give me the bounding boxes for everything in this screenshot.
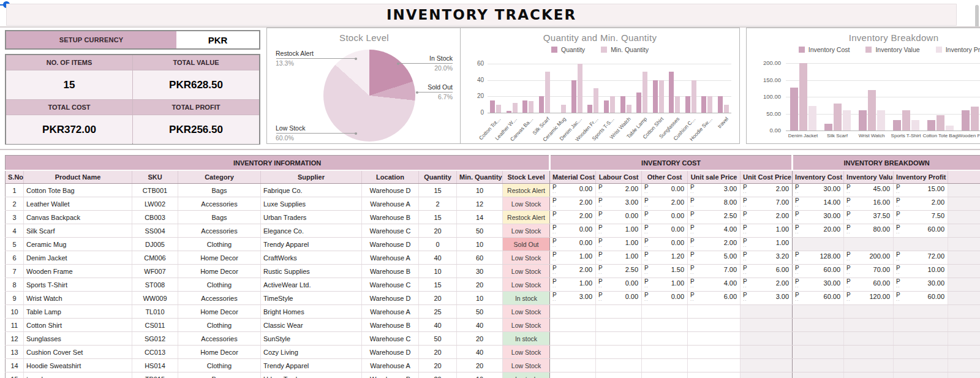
cell-labour[interactable]: P..2.00 (596, 184, 642, 197)
cell-blank[interactable] (948, 305, 980, 319)
cell-inv_profit[interactable]: P..72.00 (894, 251, 948, 265)
inventory-breakdown-bar-chart[interactable]: Inventory Breakdown Inventory CostInvent… (746, 28, 980, 144)
cell-labour[interactable]: P..1.00 (596, 224, 642, 238)
cell-unit_sale[interactable] (688, 305, 741, 319)
cell-material[interactable] (550, 346, 596, 359)
cell-min_qty[interactable]: 30 (457, 265, 503, 278)
cell-blank[interactable] (948, 292, 980, 305)
cell-labour[interactable]: P..1.00 (596, 251, 642, 265)
cell-unit_cost[interactable] (741, 372, 793, 378)
cell-name[interactable]: Canvas Backpack (24, 211, 132, 224)
cell-sku[interactable]: TL010 (132, 305, 178, 319)
cell-inv_profit[interactable]: P..2.00 (894, 197, 948, 211)
cell-unit_sale[interactable]: P..4.00 (688, 224, 741, 238)
cell-unit_sale[interactable]: P..4.00 (688, 278, 741, 292)
cell-labour[interactable] (596, 305, 642, 319)
cell-unit_sale[interactable] (688, 359, 741, 372)
cell-stock-level[interactable]: Low Stock (503, 319, 550, 332)
cell-material[interactable]: P..1.00 (550, 251, 596, 265)
cell-inv_profit[interactable] (894, 359, 948, 372)
cell-unit_cost[interactable]: P..2.00 (741, 278, 793, 292)
cell-location[interactable]: Warehouse D (362, 238, 419, 251)
column-header-inv_cost[interactable]: Inventory Cost (793, 170, 844, 184)
cell-min_qty[interactable]: 12 (457, 197, 503, 211)
cell-sku[interactable]: DJ005 (132, 238, 178, 251)
setup-currency-value[interactable]: PKR (176, 31, 259, 48)
column-header-blank[interactable] (948, 170, 980, 184)
cell-stock-level[interactable]: In stock (503, 332, 550, 346)
cell-unit_cost[interactable]: P..2.00 (741, 211, 793, 224)
cell-sno[interactable]: 8 (6, 278, 24, 292)
cell-inv_profit[interactable]: P..30.00 (894, 278, 948, 292)
cell-location[interactable]: Warehouse B (362, 211, 419, 224)
cell-other[interactable]: P..1.00 (642, 278, 688, 292)
total-cost-value[interactable]: PKR372.00 (6, 115, 132, 144)
cell-sno[interactable]: 3 (6, 211, 24, 224)
total-value-value[interactable]: PKR628.50 (133, 70, 259, 99)
cell-sno[interactable]: 2 (6, 197, 24, 211)
cell-sno[interactable]: 14 (6, 359, 24, 372)
cell-min_qty[interactable]: 20 (457, 332, 503, 346)
cell-sno[interactable]: 9 (6, 292, 24, 305)
cell-labour[interactable]: P..2.50 (596, 265, 642, 278)
cell-sno[interactable]: 13 (6, 346, 24, 359)
cell-inv_value[interactable]: P..45.00 (844, 184, 894, 197)
cell-qty[interactable]: 15 (419, 211, 457, 224)
cell-inv_profit[interactable]: P..60.00 (894, 292, 948, 305)
cell-location[interactable]: Warehouse C (362, 224, 419, 238)
cell-sku[interactable]: SS004 (132, 224, 178, 238)
cell-inv_profit[interactable] (894, 238, 948, 251)
group-header-inventory-information[interactable]: INVENTORY INFORMATION (6, 156, 550, 171)
cell-qty[interactable]: 10 (419, 265, 457, 278)
cell-category[interactable]: Bags (178, 211, 261, 224)
cell-name[interactable]: Cotton Shirt (24, 319, 132, 332)
cell-sku[interactable]: CC013 (132, 346, 178, 359)
cell-inv_profit[interactable] (894, 332, 948, 346)
cell-blank[interactable] (948, 372, 980, 378)
column-header-inv_value[interactable]: Inventory Value (844, 170, 894, 184)
cell-inv_cost[interactable]: P..30.00 (793, 184, 844, 197)
cell-unit_cost[interactable] (741, 346, 793, 359)
cell-other[interactable] (642, 359, 688, 372)
cell-inv_profit[interactable] (894, 346, 948, 359)
column-header-labour[interactable]: Labour Cost (596, 170, 642, 184)
cell-inv_value[interactable]: P..16.00 (844, 197, 894, 211)
cell-inv_cost[interactable]: P..20.00 (793, 224, 844, 238)
cell-sno[interactable]: 11 (6, 319, 24, 332)
cell-qty[interactable]: 20 (419, 372, 457, 378)
cell-name[interactable]: Cushion Cover Set (24, 346, 132, 359)
cell-min_qty[interactable]: 50 (457, 224, 503, 238)
cell-category[interactable]: Accessories (178, 292, 261, 305)
cell-stock-level[interactable]: Restock Alert (503, 211, 550, 224)
cell-stock-level[interactable]: Low Stock (503, 224, 550, 238)
cell-min_qty[interactable]: 40 (457, 319, 503, 332)
cell-inv_profit[interactable]: P..7.50 (894, 211, 948, 224)
cell-location[interactable]: Warehouse D (362, 292, 419, 305)
cell-qty[interactable]: 2 (419, 197, 457, 211)
cell-inv_profit[interactable] (894, 372, 948, 378)
cell-supplier[interactable]: Rustic Supplies (261, 265, 362, 278)
cell-other[interactable]: P..1.50 (642, 265, 688, 278)
cell-unit_cost[interactable] (741, 319, 793, 332)
cell-inv_profit[interactable]: P..10.00 (894, 265, 948, 278)
cell-unit_sale[interactable]: P..2.50 (688, 211, 741, 224)
cell-location[interactable]: Warehouse A (362, 197, 419, 211)
cell-sno[interactable]: 15 (6, 372, 24, 378)
cell-unit_sale[interactable] (688, 332, 741, 346)
cell-stock-level[interactable]: Low Stock (503, 251, 550, 265)
cell-blank[interactable] (948, 211, 980, 224)
cell-inv_profit[interactable]: P..60.00 (894, 224, 948, 238)
cell-category[interactable]: Accessories (178, 224, 261, 238)
cell-supplier[interactable]: Trendy Apparel (261, 238, 362, 251)
cell-material[interactable]: P..0.00 (550, 224, 596, 238)
cell-min_qty[interactable]: 10 (457, 372, 503, 378)
cell-qty[interactable]: 40 (419, 251, 457, 265)
cell-inv_value[interactable]: P..80.00 (844, 224, 894, 238)
cell-supplier[interactable]: Classic Wear (261, 319, 362, 332)
cell-category[interactable]: Home Decor (178, 265, 261, 278)
cell-sku[interactable]: CS011 (132, 319, 178, 332)
cell-supplier[interactable]: Cozy Living (261, 346, 362, 359)
cell-labour[interactable] (596, 372, 642, 378)
cell-material[interactable]: P..2.00 (550, 211, 596, 224)
cell-labour[interactable]: P..0.00 (596, 211, 642, 224)
